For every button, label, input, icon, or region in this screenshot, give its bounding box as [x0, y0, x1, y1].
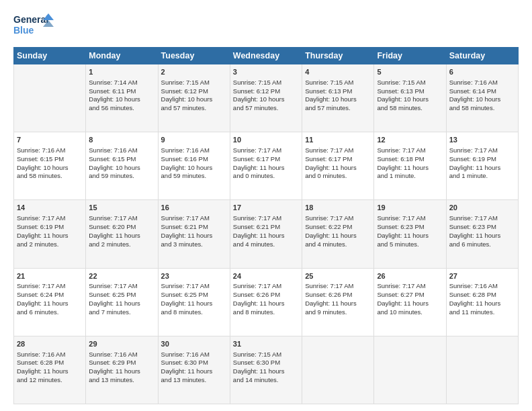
cell-text: Daylight: 11 hours: [233, 164, 299, 173]
calendar-cell: 1Sunrise: 7:14 AMSunset: 6:11 PMDaylight…: [86, 64, 158, 132]
calendar-cell: 5Sunrise: 7:15 AMSunset: 6:13 PMDaylight…: [374, 64, 446, 132]
calendar-cell: 8Sunrise: 7:16 AMSunset: 6:15 PMDaylight…: [86, 132, 158, 200]
cell-text: Sunrise: 7:17 AM: [161, 282, 227, 291]
day-header-tuesday: Tuesday: [158, 48, 230, 64]
cell-text: Daylight: 11 hours: [449, 300, 515, 308]
cell-text: Sunset: 6:14 PM: [449, 87, 515, 96]
calendar-table: SundayMondayTuesdayWednesdayThursdayFrid…: [13, 47, 519, 404]
cell-text: Sunset: 6:12 PM: [233, 87, 299, 96]
week-row-1: 1Sunrise: 7:14 AMSunset: 6:11 PMDaylight…: [14, 64, 519, 132]
calendar-cell: 20Sunrise: 7:17 AMSunset: 6:23 PMDayligh…: [446, 200, 518, 268]
cell-text: Sunrise: 7:14 AM: [89, 79, 154, 87]
cell-text: Daylight: 10 hours: [161, 95, 227, 104]
calendar-cell: [302, 336, 374, 404]
cell-text: Sunrise: 7:17 AM: [233, 214, 299, 223]
day-number: 21: [17, 271, 83, 281]
cell-text: and 5 minutes.: [377, 240, 443, 249]
cell-text: Sunset: 6:30 PM: [161, 359, 227, 367]
cell-text: Daylight: 10 hours: [449, 95, 515, 104]
cell-text: and 58 minutes.: [17, 172, 83, 181]
cell-text: Daylight: 11 hours: [161, 232, 227, 240]
cell-text: and 56 minutes.: [89, 104, 154, 113]
cell-text: and 0 minutes.: [233, 172, 299, 181]
cell-text: Sunset: 6:22 PM: [305, 223, 371, 232]
week-row-2: 7Sunrise: 7:16 AMSunset: 6:15 PMDaylight…: [14, 132, 519, 200]
cell-text: Sunrise: 7:17 AM: [377, 146, 443, 155]
cell-text: Daylight: 11 hours: [233, 232, 299, 240]
day-number: 31: [233, 339, 299, 349]
cell-text: Sunset: 6:28 PM: [449, 291, 515, 300]
cell-text: and 1 minute.: [449, 172, 515, 181]
cell-text: Daylight: 11 hours: [377, 164, 443, 173]
cell-text: Sunset: 6:28 PM: [17, 359, 83, 367]
day-number: 13: [449, 135, 515, 145]
calendar-cell: 13Sunrise: 7:17 AMSunset: 6:19 PMDayligh…: [446, 132, 518, 200]
cell-text: Sunset: 6:13 PM: [305, 87, 371, 96]
cell-text: and 58 minutes.: [449, 104, 515, 113]
day-header-thursday: Thursday: [302, 48, 374, 64]
cell-text: and 13 minutes.: [161, 376, 227, 385]
day-number: 5: [377, 67, 443, 77]
calendar-cell: 26Sunrise: 7:17 AMSunset: 6:27 PMDayligh…: [374, 268, 446, 336]
day-number: 6: [449, 67, 515, 77]
calendar-cell: 3Sunrise: 7:15 AMSunset: 6:12 PMDaylight…: [230, 64, 302, 132]
cell-text: and 2 minutes.: [17, 240, 83, 249]
cell-text: and 12 minutes.: [17, 376, 83, 385]
cell-text: Daylight: 11 hours: [449, 164, 515, 173]
cell-text: Sunrise: 7:17 AM: [89, 282, 154, 291]
cell-text: Sunrise: 7:17 AM: [89, 214, 154, 223]
calendar-cell: 29Sunrise: 7:16 AMSunset: 6:29 PMDayligh…: [86, 336, 158, 404]
cell-text: and 57 minutes.: [305, 104, 371, 113]
day-number: 1: [89, 67, 154, 77]
cell-text: Sunrise: 7:17 AM: [449, 146, 515, 155]
day-number: 15: [89, 203, 154, 213]
cell-text: Sunrise: 7:15 AM: [233, 351, 299, 359]
day-number: 12: [377, 135, 443, 145]
cell-text: Sunset: 6:15 PM: [89, 155, 154, 164]
cell-text: Daylight: 11 hours: [89, 232, 154, 240]
day-number: 19: [377, 203, 443, 213]
cell-text: Daylight: 11 hours: [305, 300, 371, 308]
cell-text: Sunrise: 7:15 AM: [233, 79, 299, 87]
header-row: SundayMondayTuesdayWednesdayThursdayFrid…: [14, 48, 519, 64]
logo-svg: General Blue: [13, 11, 54, 40]
cell-text: Sunset: 6:30 PM: [233, 359, 299, 367]
calendar-cell: 23Sunrise: 7:17 AMSunset: 6:25 PMDayligh…: [158, 268, 230, 336]
cell-text: and 3 minutes.: [161, 240, 227, 249]
day-header-wednesday: Wednesday: [230, 48, 302, 64]
cell-text: Sunset: 6:25 PM: [89, 291, 154, 300]
cell-text: Sunset: 6:13 PM: [377, 87, 443, 96]
day-number: 14: [17, 203, 83, 213]
day-number: 23: [161, 271, 227, 281]
week-row-3: 14Sunrise: 7:17 AMSunset: 6:19 PMDayligh…: [14, 200, 519, 268]
cell-text: Sunrise: 7:16 AM: [89, 351, 154, 359]
cell-text: Sunset: 6:27 PM: [377, 291, 443, 300]
calendar-cell: 2Sunrise: 7:15 AMSunset: 6:12 PMDaylight…: [158, 64, 230, 132]
day-number: 18: [305, 203, 371, 213]
calendar-cell: 16Sunrise: 7:17 AMSunset: 6:21 PMDayligh…: [158, 200, 230, 268]
calendar-cell: 18Sunrise: 7:17 AMSunset: 6:22 PMDayligh…: [302, 200, 374, 268]
day-number: 17: [233, 203, 299, 213]
cell-text: Sunset: 6:26 PM: [305, 291, 371, 300]
cell-text: and 11 minutes.: [449, 308, 515, 317]
day-number: 4: [305, 67, 371, 77]
cell-text: Sunrise: 7:15 AM: [305, 79, 371, 87]
cell-text: Sunrise: 7:16 AM: [17, 146, 83, 155]
calendar-cell: 12Sunrise: 7:17 AMSunset: 6:18 PMDayligh…: [374, 132, 446, 200]
calendar-cell: 27Sunrise: 7:16 AMSunset: 6:28 PMDayligh…: [446, 268, 518, 336]
cell-text: Daylight: 10 hours: [161, 164, 227, 173]
cell-text: Daylight: 10 hours: [89, 164, 154, 173]
cell-text: and 6 minutes.: [449, 240, 515, 249]
cell-text: and 1 minute.: [377, 172, 443, 181]
cell-text: Daylight: 11 hours: [161, 300, 227, 308]
cell-text: Sunset: 6:15 PM: [17, 155, 83, 164]
cell-text: Sunrise: 7:17 AM: [449, 214, 515, 223]
cell-text: Daylight: 11 hours: [89, 367, 154, 376]
calendar-cell: 10Sunrise: 7:17 AMSunset: 6:17 PMDayligh…: [230, 132, 302, 200]
cell-text: Sunrise: 7:16 AM: [161, 351, 227, 359]
calendar-cell: 25Sunrise: 7:17 AMSunset: 6:26 PMDayligh…: [302, 268, 374, 336]
cell-text: and 57 minutes.: [233, 104, 299, 113]
calendar-page: General Blue SundayMondayTuesdayWednesda…: [0, 0, 532, 411]
cell-text: Sunset: 6:17 PM: [305, 155, 371, 164]
calendar-cell: 21Sunrise: 7:17 AMSunset: 6:24 PMDayligh…: [14, 268, 86, 336]
